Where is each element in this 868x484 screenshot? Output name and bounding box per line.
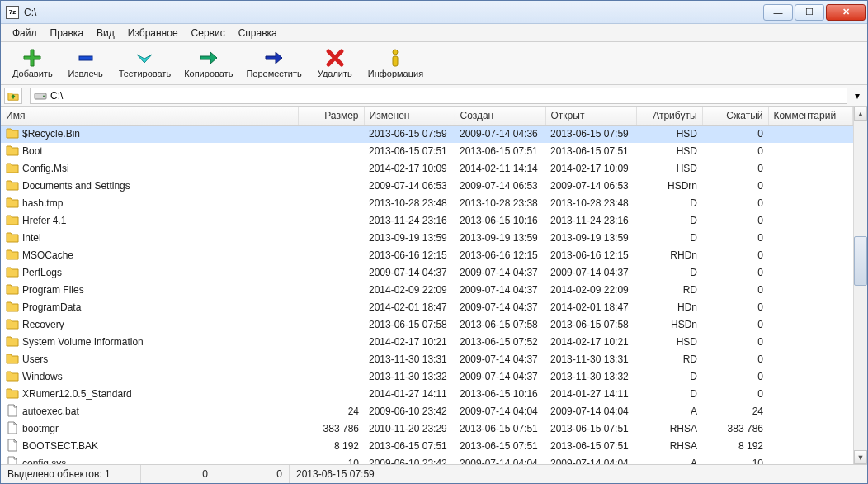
- cell-modified: 2013-06-15 07:51: [364, 438, 455, 455]
- col-packed[interactable]: Сжатый: [702, 107, 768, 125]
- cell-size: [298, 247, 364, 264]
- table-row[interactable]: PerfLogs2009-07-14 04:372009-07-14 04:37…: [1, 264, 853, 282]
- scroll-down-button[interactable]: ▼: [854, 450, 867, 464]
- cell-comment: [768, 403, 853, 420]
- window-title: C:\: [24, 7, 763, 18]
- cell-created: 2013-09-19 13:59: [455, 230, 545, 247]
- folder-icon: [6, 300, 19, 316]
- toolbar-info[interactable]: Информация: [363, 44, 428, 83]
- table-row[interactable]: BOOTSECT.BAK8 1922013-06-15 07:512013-06…: [1, 438, 853, 455]
- cell-modified: 2013-09-19 13:59: [364, 230, 455, 247]
- cell-opened: 2009-07-14 06:53: [545, 178, 636, 195]
- cell-modified: 2013-06-15 07:51: [364, 143, 455, 160]
- status-cell-2: 0: [141, 465, 215, 483]
- table-row[interactable]: Documents and Settings2009-07-14 06:5320…: [1, 178, 853, 195]
- col-modified[interactable]: Изменен: [364, 107, 455, 125]
- cell-modified: 2013-06-16 12:15: [364, 247, 455, 264]
- cell-size: [298, 351, 364, 368]
- cell-attrs: D: [636, 195, 702, 212]
- file-list[interactable]: Имя Размер Изменен Создан Открыт Атрибут…: [1, 107, 853, 464]
- table-row[interactable]: Intel2013-09-19 13:592013-09-19 13:59201…: [1, 230, 853, 247]
- close-button[interactable]: ✕: [826, 4, 866, 21]
- cell-comment: [768, 386, 853, 403]
- cell-attrs: RHSA: [636, 438, 702, 455]
- col-created[interactable]: Создан: [455, 107, 545, 125]
- cell-created: 2014-02-11 14:14: [455, 160, 545, 178]
- toolbar-copy-label: Копировать: [184, 69, 233, 78]
- file-icon: [6, 421, 19, 437]
- table-row[interactable]: System Volume Information2014-02-17 10:2…: [1, 334, 853, 351]
- cell-comment: [768, 247, 853, 264]
- folder-icon: [6, 144, 19, 159]
- table-row[interactable]: Recovery2013-06-15 07:582013-06-15 07:58…: [1, 316, 853, 334]
- toolbar-extract[interactable]: Извлечь: [61, 44, 111, 83]
- menu-help[interactable]: Справка: [232, 24, 284, 41]
- cell-created: 2009-07-14 04:37: [455, 351, 545, 368]
- col-comment[interactable]: Комментарий: [768, 107, 853, 125]
- address-dropdown[interactable]: ▾: [851, 88, 864, 104]
- table-row[interactable]: config.sys102009-06-10 23:422009-07-14 0…: [1, 455, 853, 465]
- menu-view[interactable]: Вид: [90, 24, 121, 41]
- toolbar-delete[interactable]: Удалить: [310, 44, 360, 83]
- col-size[interactable]: Размер: [298, 107, 364, 125]
- menu-file[interactable]: Файл: [6, 24, 44, 41]
- cell-size: 383 786: [298, 420, 364, 438]
- table-row[interactable]: Config.Msi2014-02-17 10:092014-02-11 14:…: [1, 160, 853, 178]
- cell-opened: 2013-06-16 12:15: [545, 247, 636, 264]
- cell-opened: 2014-02-17 10:21: [545, 334, 636, 351]
- toolbar-add-label: Добавить: [12, 69, 53, 78]
- table-row[interactable]: Hrefer 4.12013-11-24 23:162013-06-15 10:…: [1, 212, 853, 230]
- cell-size: [298, 386, 364, 403]
- toolbar-extract-label: Извлечь: [68, 69, 103, 78]
- cell-modified: 2014-02-01 18:47: [364, 299, 455, 316]
- cell-comment: [768, 334, 853, 351]
- toolbar-info-label: Информация: [368, 69, 423, 78]
- table-row[interactable]: autoexec.bat242009-06-10 23:422009-07-14…: [1, 403, 853, 420]
- toolbar-copy[interactable]: Копировать: [179, 44, 238, 83]
- cell-packed: 383 786: [702, 420, 768, 438]
- table-row[interactable]: hash.tmp2013-10-28 23:482013-10-28 23:38…: [1, 195, 853, 212]
- cell-size: [298, 316, 364, 334]
- cell-size: 24: [298, 403, 364, 420]
- table-row[interactable]: Program Files2014-02-09 22:092009-07-14 …: [1, 282, 853, 299]
- cell-comment: [768, 143, 853, 160]
- cell-opened: 2009-07-14 04:04: [545, 403, 636, 420]
- table-row[interactable]: $Recycle.Bin2013-06-15 07:592009-07-14 0…: [1, 125, 853, 143]
- file-name: hash.tmp: [22, 197, 63, 209]
- cell-modified: 2009-07-14 04:37: [364, 264, 455, 282]
- scroll-thumb[interactable]: [854, 236, 867, 286]
- toolbar-add[interactable]: Добавить: [7, 44, 58, 83]
- cell-created: 2013-06-16 12:15: [455, 247, 545, 264]
- cell-comment: [768, 125, 853, 143]
- col-name[interactable]: Имя: [1, 107, 298, 125]
- cell-modified: 2013-06-15 07:59: [364, 125, 455, 143]
- cell-created: 2013-06-15 07:51: [455, 143, 545, 160]
- menu-favorites[interactable]: Избранное: [121, 24, 185, 41]
- table-row[interactable]: bootmgr383 7862010-11-20 23:292013-06-15…: [1, 420, 853, 438]
- table-row[interactable]: MSOCache2013-06-16 12:152013-06-16 12:15…: [1, 247, 853, 264]
- table-row[interactable]: ProgramData2014-02-01 18:472009-07-14 04…: [1, 299, 853, 316]
- toolbar-move[interactable]: Переместить: [241, 44, 306, 83]
- cell-modified: 2014-02-17 10:09: [364, 160, 455, 178]
- col-opened[interactable]: Открыт: [545, 107, 636, 125]
- cell-created: 2013-06-15 07:58: [455, 316, 545, 334]
- address-field[interactable]: C:\: [30, 88, 847, 104]
- menu-tools[interactable]: Сервис: [185, 24, 232, 41]
- toolbar-test[interactable]: Тестировать: [114, 44, 177, 83]
- scroll-track[interactable]: [854, 121, 867, 450]
- cell-size: [298, 160, 364, 178]
- maximize-button[interactable]: ☐: [795, 4, 824, 21]
- scroll-up-button[interactable]: ▲: [854, 107, 867, 121]
- cell-opened: 2013-06-15 07:51: [545, 420, 636, 438]
- menu-edit[interactable]: Правка: [44, 24, 91, 41]
- col-attrs[interactable]: Атрибуты: [636, 107, 702, 125]
- table-row[interactable]: Users2013-11-30 13:312009-07-14 04:37201…: [1, 351, 853, 368]
- minimize-button[interactable]: —: [763, 4, 793, 21]
- up-button[interactable]: [4, 88, 22, 104]
- titlebar[interactable]: 7z C:\ — ☐ ✕: [1, 1, 867, 24]
- info-icon: [385, 48, 405, 68]
- vertical-scrollbar[interactable]: ▲ ▼: [853, 107, 867, 464]
- table-row[interactable]: Boot2013-06-15 07:512013-06-15 07:512013…: [1, 143, 853, 160]
- table-row[interactable]: XRumer12.0.5_Standard2014-01-27 14:11201…: [1, 386, 853, 403]
- table-row[interactable]: Windows2013-11-30 13:322009-07-14 04:372…: [1, 368, 853, 386]
